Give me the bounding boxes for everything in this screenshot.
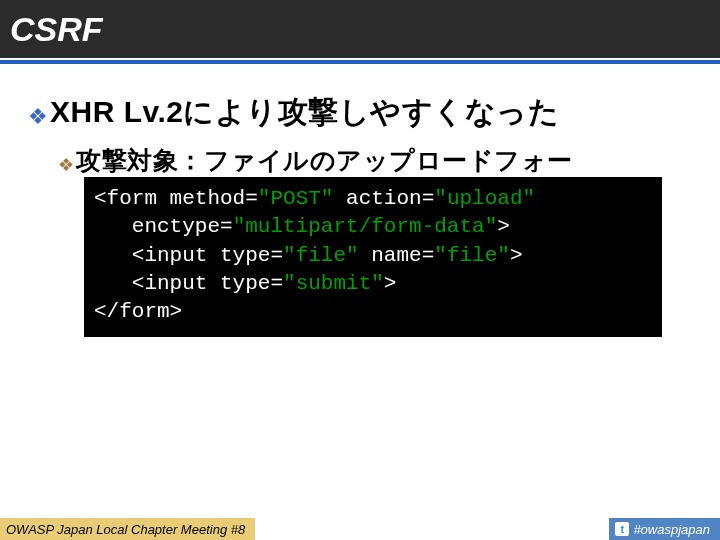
code-text: > xyxy=(497,215,510,238)
code-text: name= xyxy=(359,244,435,267)
code-string: "upload" xyxy=(434,187,535,210)
code-text: <input type= xyxy=(94,272,283,295)
footer-right: t #owaspjapan xyxy=(609,518,720,540)
footer-left: OWASP Japan Local Chapter Meeting #8 xyxy=(0,518,255,540)
slide-header: CSRF xyxy=(0,0,720,58)
code-block: <form method="POST" action="upload" enct… xyxy=(84,177,662,337)
code-string: "file" xyxy=(283,244,359,267)
heading-row: ❖ XHR Lv.2により攻撃しやすくなった xyxy=(28,92,692,133)
sub-heading: 攻撃対象：ファイルのアップロードフォー xyxy=(76,145,573,175)
footer-left-text: OWASP Japan Local Chapter Meeting #8 xyxy=(6,522,245,537)
slide-content: ❖ XHR Lv.2により攻撃しやすくなった ❖ 攻撃対象：ファイルのアップロー… xyxy=(0,64,720,337)
slide-title: CSRF xyxy=(10,10,103,49)
code-string: "multipart/form-data" xyxy=(233,215,498,238)
diamond-bullet-icon: ❖ xyxy=(28,106,48,128)
code-string: "file" xyxy=(434,244,510,267)
code-text: <form method= xyxy=(94,187,258,210)
diamond-sub-bullet-icon: ❖ xyxy=(58,155,74,177)
code-text: <input type= xyxy=(94,244,283,267)
main-heading: XHR Lv.2により攻撃しやすくなった xyxy=(50,92,559,133)
code-string: "submit" xyxy=(283,272,384,295)
code-text: > xyxy=(384,272,397,295)
code-text: action= xyxy=(333,187,434,210)
code-text: enctype= xyxy=(94,215,233,238)
code-string: "POST" xyxy=(258,187,334,210)
footer-hashtag: #owaspjapan xyxy=(633,522,710,537)
twitter-icon: t xyxy=(615,522,629,536)
code-text: </form> xyxy=(94,300,182,323)
subheading-row: ❖ 攻撃対象：ファイルのアップロードフォー xyxy=(28,145,692,175)
slide-footer: OWASP Japan Local Chapter Meeting #8 t #… xyxy=(0,518,720,540)
code-text: > xyxy=(510,244,523,267)
